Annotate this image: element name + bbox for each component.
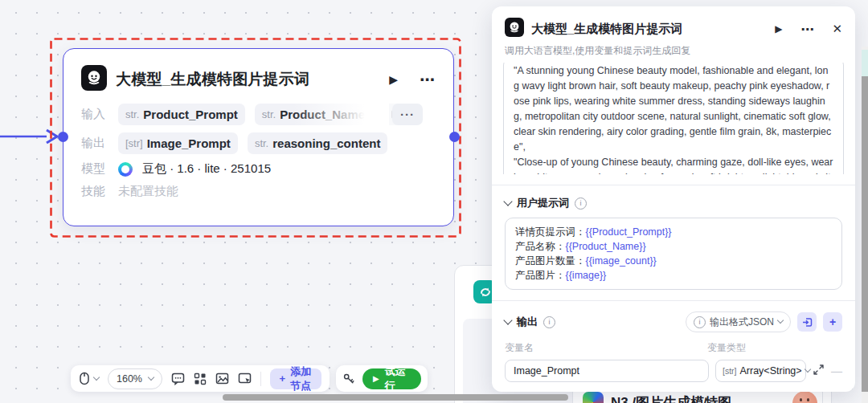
expand-icon[interactable] [813,364,825,379]
up-variable: {{Product_Name}} [566,241,646,252]
chevron-down-icon [777,317,784,324]
tag-type: str. [125,108,139,120]
output-tag-image-prompt[interactable]: [str] Image_Prompt [118,132,238,154]
play-icon: ▶ [373,374,379,383]
chevron-down-icon[interactable] [93,373,100,380]
doubao-model-icon [118,162,133,177]
tag-fade-mask [293,104,389,125]
up-label: 产品图片： [515,270,566,281]
node-output-port[interactable] [449,132,460,142]
prompt-preview-box[interactable]: "A stunning young Chinese beauty model, … [503,63,844,174]
node-more-button[interactable]: ⋯ [420,71,436,89]
info-icon: i [543,316,555,328]
node-model-row: 模型 豆包 · 1.6 · lite · 251015 [81,161,436,177]
output-section: 输出 i i 输出格式JSON + 变量名 变量类型 [505,311,842,392]
output-format-dropdown[interactable]: i 输出格式JSON [686,311,791,332]
variable-type-column-header: 变量类型 [707,341,842,355]
add-output-button[interactable]: + [823,312,842,332]
horizontal-scrollbar-thumb[interactable] [223,394,568,401]
add-node-label: 添加节点 [290,364,312,393]
variable-name-column-header: 变量名 [505,341,707,355]
toolbar-divider [260,372,261,386]
model-value: 豆包 · 1.6 · lite · 251015 [142,161,271,177]
prompt-preview-line: "A stunning young Chinese beauty model, … [514,63,833,155]
variable-type-select[interactable]: [str] Array<String> [715,360,806,382]
panel-node-icon [505,18,524,40]
up-label: 产品图片数量： [515,255,586,267]
panel-more-button[interactable]: ⋯ [800,22,813,37]
cursor-mode-button[interactable] [79,372,90,385]
test-run-button[interactable]: ▶ 试运行 [362,368,421,389]
user-prompt-box[interactable]: 详情页提示词：{{Product_Prompt}} 产品名称：{{Product… [505,218,842,290]
vertical-scrollbar-thumb[interactable] [862,76,868,392]
input-row-label: 输入 [81,107,108,122]
background-node-title: N3 /图片生成模特图 [611,393,731,403]
panel-divider [492,300,855,301]
type-badge: [str] [723,366,737,376]
output-format-label: 输出格式JSON [710,315,774,329]
model-row-label: 模型 [81,161,108,177]
chevron-down-icon [804,366,810,372]
tag-type: [str] [125,137,143,149]
layout-tool-icon[interactable] [194,372,207,385]
llm-node-card[interactable]: 大模型_生成模特图片提示词 ▶ ⋯ 输入 str. Product_Prompt… [63,48,454,226]
prompt-preview-line: "Close-up of young Chinese beauty, charm… [514,155,833,174]
panel-run-button[interactable]: ▶ [775,23,782,35]
zoom-level-dropdown[interactable]: 160% [108,368,162,389]
chevron-down-icon [148,373,154,380]
up-label: 详情页提示词： [515,226,586,238]
chevron-down-icon[interactable] [503,197,512,206]
input-more-chip[interactable]: ··· [392,104,423,125]
output-row-label: 输出 [81,136,108,151]
panel-title: 大模型_生成模特图片提示词 [531,22,768,37]
skill-row-label: 技能 [81,184,108,199]
up-variable: {{Product_Prompt}} [586,226,672,238]
up-variable: {{image_count}} [586,255,657,267]
output-title: 输出 [517,315,538,329]
import-variables-button[interactable] [797,312,817,332]
panel-subtitle: 调用大语言模型,使用变量和提示词生成回复 [505,44,842,58]
info-icon: i [694,316,706,328]
node-detail-panel: 大模型_生成模特图片提示词 ▶ ⋯ ✕ 调用大语言模型,使用变量和提示词生成回复… [492,6,855,392]
canvas-toolbar: 160% + 添加节点 [71,365,330,392]
panel-close-button[interactable]: ✕ [832,22,842,36]
user-prompt-title: 用户提示词 [517,196,569,210]
prompt-preview-clip: "A stunning young Chinese beauty model, … [503,63,844,174]
type-name: Array<String> [740,365,802,377]
image-gen-node-icon [583,392,604,403]
workflow-canvas: N3 /图片生成模特图 大模型_生成模特图片提示词 ▶ ⋯ 输入 [0,0,868,403]
add-node-button[interactable]: + 添加节点 [270,368,321,389]
zoom-level-value: 160% [117,373,142,385]
up-variable: {{image}} [566,270,607,281]
comment-tool-icon[interactable] [171,372,185,385]
node-input-port[interactable] [58,132,68,142]
node-skill-row: 技能 未配置技能 [81,184,436,199]
node-run-button[interactable]: ▶ [389,73,398,86]
llm-node-icon [81,65,107,94]
up-label: 产品名称： [515,241,566,252]
output-variable-row: Image_Prompt [str] Array<String> — [505,360,842,382]
node-output-row: 输出 [str] Image_Prompt str. reasoning_con… [81,132,436,154]
info-icon: i [575,197,587,210]
chevron-down-icon[interactable] [503,315,512,324]
node-input-row: 输入 str. Product_Prompt str. Product_Name… [81,104,436,125]
output-tag-reasoning-content[interactable]: str. reasoning_content [248,132,388,154]
node-title: 大模型_生成模特图片提示词 [116,69,380,90]
variable-name-input[interactable]: Image_Prompt [505,360,709,382]
tag-name: Product_Prompt [143,108,238,121]
tag-name: reasoning_content [272,136,380,150]
frame-select-tool-icon[interactable] [238,372,252,385]
tag-name: Image_Prompt [147,136,231,150]
skill-value: 未配置技能 [118,184,178,199]
user-prompt-section: 用户提示词 i 详情页提示词：{{Product_Prompt}} 产品名称：{… [505,196,842,290]
plus-icon: + [280,372,286,385]
wrench-tool-icon[interactable] [342,372,355,385]
panel-divider [492,185,855,185]
tag-type: str. [262,108,276,120]
image-tool-icon[interactable] [215,372,229,385]
remove-variable-button[interactable]: — [831,364,842,377]
tag-type: str. [255,137,268,149]
input-tag-product-prompt[interactable]: str. Product_Prompt [118,104,245,125]
run-toolbar: ▶ 试运行 [336,365,428,392]
minimap-sliver [862,50,868,76]
